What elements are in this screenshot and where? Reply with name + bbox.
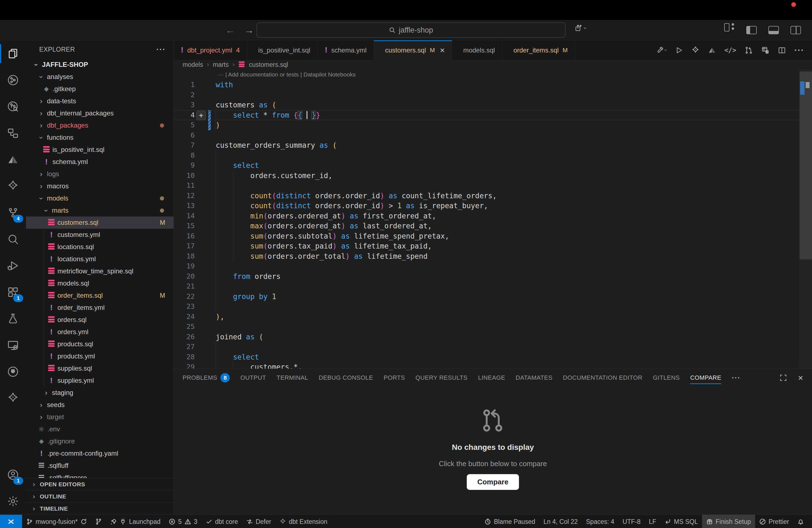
status-dbt-extension[interactable]: dbt Extension xyxy=(275,515,331,528)
tab-schema-yml[interactable]: !schema.yml xyxy=(318,40,374,60)
panel-tab-gitlens[interactable]: GITLENS xyxy=(653,369,680,386)
panel-tab-query-results[interactable]: QUERY RESULTS xyxy=(416,369,468,386)
share-export-button[interactable]: › xyxy=(575,24,586,32)
remote-indicator[interactable] xyxy=(0,515,22,528)
tree-file--sqlfluffignore[interactable]: .sqlfluffignore xyxy=(26,472,173,478)
run-query-icon[interactable] xyxy=(675,46,683,54)
close-icon[interactable]: × xyxy=(440,46,445,54)
tree-folder-jaffle-shop[interactable]: ›JAFFLE-SHOP xyxy=(26,59,173,71)
dbt-power-user-icon[interactable] xyxy=(0,173,26,200)
status-finish-setup[interactable]: Finish Setup xyxy=(702,515,755,528)
tree-folder-data-tests[interactable]: ›data-tests xyxy=(26,95,173,107)
tree-file-is-positive-int-sql[interactable]: is_positive_int.sql xyxy=(26,144,173,156)
tree-folder-analyses[interactable]: ›analyses xyxy=(26,71,173,83)
tree-file-schema-yml[interactable]: !schema.yml xyxy=(26,156,173,168)
status-lineage-status[interactable] xyxy=(91,515,106,528)
tree-folder-seeds[interactable]: ›seeds xyxy=(26,399,173,411)
tree-file--gitkeep[interactable]: ◆.gitkeep xyxy=(26,83,173,95)
tree-file-metricflow-time-spine-sql[interactable]: metricflow_time_spine.sql xyxy=(26,265,173,277)
status-cursor-position[interactable]: Ln 4, Col 22 xyxy=(539,515,582,528)
tree-file-orders-yml[interactable]: !orders.yml xyxy=(26,326,173,338)
close-panel-icon[interactable]: × xyxy=(798,373,803,383)
tree-file-order-items-yml[interactable]: !order_items.yml xyxy=(26,302,173,314)
testing-icon[interactable] xyxy=(0,305,26,332)
code-lens[interactable]: ··· | Add documentation or tests | Datap… xyxy=(174,69,812,80)
tree-file-products-yml[interactable]: !products.yml xyxy=(26,350,173,362)
toggle-panel-icon[interactable] xyxy=(768,26,779,34)
panel-tab-ports[interactable]: PORTS xyxy=(383,369,405,386)
panel-tab-terminal[interactable]: TERMINAL xyxy=(276,369,308,386)
maximize-panel-icon[interactable] xyxy=(779,373,787,382)
git-compare-icon[interactable] xyxy=(744,46,753,54)
tree-folder-dbt-internal-packages[interactable]: ›dbt_internal_packages xyxy=(26,107,173,119)
sidebar-section-open-editors[interactable]: ›OPEN EDITORS xyxy=(26,478,173,490)
command-center-search[interactable]: jaffle-shop xyxy=(256,23,566,38)
tree-folder-logs[interactable]: ›logs xyxy=(26,168,173,180)
tree-file--env[interactable]: .env xyxy=(26,423,173,435)
tree-folder-staging[interactable]: ›staging xyxy=(26,386,173,399)
dbt-action-icon[interactable] xyxy=(691,46,700,54)
github-icon[interactable] xyxy=(0,358,26,385)
breadcrumb-folder[interactable]: models xyxy=(183,61,203,69)
source-control-icon[interactable]: 4 xyxy=(0,200,26,226)
tree-file-supplies-sql[interactable]: supplies.sql xyxy=(26,362,173,375)
lineage-icon[interactable] xyxy=(0,67,26,93)
tree-folder-target[interactable]: ›target xyxy=(26,411,173,423)
tab-dbt-project-yml[interactable]: !dbt_project.yml4 xyxy=(174,40,247,60)
status-notifications[interactable] xyxy=(793,515,808,528)
status-encoding[interactable]: UTF-8 xyxy=(619,515,644,528)
tree-file-orders-sql[interactable]: orders.sql xyxy=(26,314,173,326)
extensions-icon[interactable]: 1 xyxy=(0,279,26,305)
tree-file-customers-sql[interactable]: customers.sqlM xyxy=(26,217,173,229)
more-actions-icon[interactable]: ··· xyxy=(794,46,804,55)
status-dbt-core[interactable]: dbt core xyxy=(202,515,242,528)
explorer-more-actions-icon[interactable]: ··· xyxy=(156,45,166,54)
nav-back-icon[interactable]: ← xyxy=(226,24,235,36)
customize-layout-icon[interactable] xyxy=(724,27,735,34)
status-eol[interactable]: LF xyxy=(644,515,661,528)
tree-folder-marts[interactable]: ›marts xyxy=(26,204,173,217)
tab-is-positive-int-sql[interactable]: is_positive_int.sql xyxy=(247,40,318,60)
add-line-action-icon[interactable]: + xyxy=(197,111,206,120)
query-panel-icon[interactable] xyxy=(761,46,769,54)
panel-tab-debug-console[interactable]: DEBUG CONSOLE xyxy=(319,369,373,386)
tree-file-customers-yml[interactable]: !customers.yml xyxy=(26,229,173,241)
status-launchpad[interactable]: Launchpad xyxy=(106,515,164,528)
status-problems-status[interactable]: 53 xyxy=(164,515,202,528)
compare-button[interactable]: Compare xyxy=(467,474,519,490)
tab-models-sql[interactable]: models.sql xyxy=(452,40,503,60)
panel-tab-datamates[interactable]: DATAMATES xyxy=(516,369,552,386)
lineage-search-icon[interactable] xyxy=(0,93,26,120)
tree-folder-functions[interactable]: ›functions xyxy=(26,131,173,144)
panel-tab-documentation-editor[interactable]: DOCUMENTATION EDITOR xyxy=(563,369,642,386)
schema-viewer-icon[interactable] xyxy=(0,120,26,146)
tree-file-products-sql[interactable]: products.sql xyxy=(26,338,173,350)
tree-file-supplies-yml[interactable]: !supplies.yml xyxy=(26,375,173,386)
tree-file--pre-commit-config-yaml[interactable]: !.pre-commit-config.yaml xyxy=(26,448,173,459)
tree-file--gitignore[interactable]: ◆.gitignore xyxy=(26,435,173,448)
tree-folder-models[interactable]: ›models xyxy=(26,192,173,204)
tree-file-locations-yml[interactable]: !locations.yml xyxy=(26,253,173,265)
altimate-action-icon[interactable] xyxy=(708,46,716,54)
status-indentation[interactable]: Spaces: 4 xyxy=(582,515,619,528)
account-icon[interactable]: 1 xyxy=(0,461,26,488)
tree-file-locations-sql[interactable]: locations.sql xyxy=(26,241,173,253)
sidebar-section-timeline[interactable]: ›TIMELINE xyxy=(26,502,173,514)
tree-folder-macros[interactable]: ›macros xyxy=(26,180,173,192)
breadcrumb-folder[interactable]: marts xyxy=(213,61,229,69)
search-icon[interactable] xyxy=(0,226,26,252)
status-prettier[interactable]: Prettier xyxy=(755,515,793,528)
status-blame[interactable]: Blame Paused xyxy=(480,515,539,528)
tree-folder-dbt-packages[interactable]: ›dbt_packages xyxy=(26,119,173,131)
panel-tab-output[interactable]: OUTPUT xyxy=(240,369,266,386)
run-debug-icon[interactable] xyxy=(0,252,26,279)
split-editor-icon[interactable] xyxy=(778,46,786,54)
explorer-icon[interactable] xyxy=(0,40,26,67)
preview-compiled-icon[interactable]: </> xyxy=(724,46,736,54)
remote-explorer-icon[interactable] xyxy=(0,332,26,358)
nav-forward-icon[interactable]: → xyxy=(244,24,254,36)
sidebar-section-outline[interactable]: ›OUTLINE xyxy=(26,490,173,502)
tab-customers-sql[interactable]: customers.sqlM× xyxy=(374,40,452,60)
panel-tab-lineage[interactable]: LINEAGE xyxy=(478,369,505,386)
altimate-icon[interactable] xyxy=(0,146,26,173)
